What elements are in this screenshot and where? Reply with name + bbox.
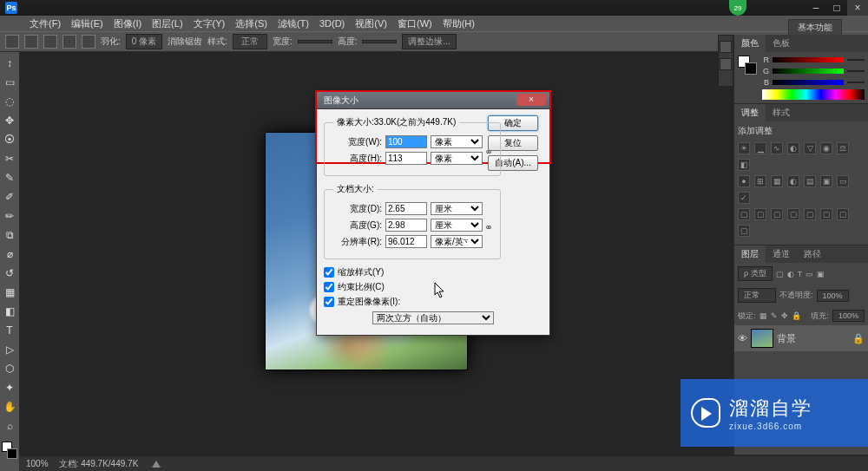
menu-select[interactable]: 选择(S)	[230, 16, 273, 32]
tab-styles[interactable]: 样式	[766, 104, 797, 121]
adj-levels-icon[interactable]: ▁	[754, 142, 766, 154]
constrain-proportions-checkbox[interactable]	[324, 282, 334, 292]
selection-add-icon[interactable]	[43, 35, 57, 49]
background-color-icon[interactable]	[7, 448, 17, 459]
marquee-tool[interactable]: ▭	[1, 74, 18, 91]
path-select-tool[interactable]: ✦	[1, 379, 18, 396]
doc-height-input[interactable]	[385, 219, 427, 232]
adj-preset-1-icon[interactable]: ▢	[738, 208, 750, 220]
workspace-switcher[interactable]: 基本功能	[788, 19, 842, 36]
menu-image[interactable]: 图像(I)	[108, 16, 147, 32]
selection-new-icon[interactable]	[24, 35, 38, 49]
adj-preset-6-icon[interactable]: ▢	[820, 208, 832, 220]
menu-help[interactable]: 帮助(H)	[437, 16, 480, 32]
tool-preset-icon[interactable]	[5, 35, 19, 49]
adj-hue-icon[interactable]: ◉	[820, 142, 832, 154]
dodge-tool[interactable]: ◧	[1, 303, 18, 320]
adj-preset-5-icon[interactable]: ▢	[804, 208, 816, 220]
style-select[interactable]: 正常	[233, 34, 267, 49]
tab-channels[interactable]: 通道	[766, 245, 797, 263]
width-input[interactable]	[298, 40, 332, 43]
adj-balance-icon[interactable]: ⚖	[837, 142, 849, 154]
menu-edit[interactable]: 编辑(E)	[66, 16, 108, 32]
menu-3d[interactable]: 3D(D)	[314, 16, 350, 30]
height-input[interactable]	[362, 40, 397, 43]
px-height-input[interactable]	[385, 152, 427, 165]
color-swatch-control[interactable]	[1, 441, 18, 460]
window-min-button[interactable]: –	[806, 0, 826, 16]
adj-preset-7-icon[interactable]: ▢	[837, 208, 849, 220]
spectrum-picker[interactable]	[762, 89, 865, 100]
adj-preset-4-icon[interactable]: ▢	[787, 208, 799, 220]
lock-position-icon[interactable]: ✥	[781, 311, 788, 320]
adj-exposure-icon[interactable]: ◐	[787, 142, 799, 154]
menu-filter[interactable]: 滤镜(T)	[273, 16, 314, 32]
stamp-tool[interactable]: ✏	[1, 207, 18, 225]
layer-thumbnail[interactable]	[751, 329, 773, 348]
adj-preset-2-icon[interactable]: ▢	[754, 208, 766, 220]
opacity-input[interactable]: 100%	[817, 290, 849, 302]
b-slider[interactable]	[773, 80, 844, 85]
window-max-button[interactable]: □	[826, 0, 847, 16]
pen-tool[interactable]: ▷	[1, 341, 18, 358]
tab-layers[interactable]: 图层	[734, 245, 766, 263]
gradient-tool[interactable]: ↺	[1, 265, 18, 282]
adj-posterize-icon[interactable]: ▤	[804, 175, 816, 187]
tab-adjustments[interactable]: 调整	[734, 104, 766, 121]
hand-tool[interactable]: ✋	[1, 398, 18, 415]
refine-edge-button[interactable]: 调整边缘...	[402, 34, 456, 49]
blend-mode-select[interactable]: 正常	[738, 288, 776, 303]
resample-method-select[interactable]: 两次立方（自动）	[372, 311, 494, 324]
doc-width-input[interactable]	[385, 202, 427, 215]
adj-preset-8-icon[interactable]: ▢	[738, 225, 750, 237]
eraser-tool[interactable]: ⌀	[1, 245, 18, 263]
adj-brightness-icon[interactable]: ☀	[738, 142, 750, 154]
blur-tool[interactable]: ▦	[1, 284, 18, 301]
doc-height-unit[interactable]: 厘米	[431, 219, 483, 232]
layer-row[interactable]: 👁 背景 🔒	[734, 325, 868, 351]
fill-input[interactable]: 100%	[832, 310, 865, 322]
selection-subtract-icon[interactable]	[62, 35, 76, 49]
adj-vibrance-icon[interactable]: ▽	[804, 142, 816, 154]
filter-smart-icon[interactable]: ▣	[817, 270, 825, 278]
collapsed-panel-icon[interactable]	[720, 58, 732, 70]
resolution-input[interactable]	[385, 235, 427, 248]
px-width-input[interactable]	[385, 135, 427, 148]
tab-color[interactable]: 颜色	[734, 35, 766, 52]
layer-filter-kind[interactable]: ρ 类型	[738, 266, 773, 281]
px-width-unit[interactable]: 像素	[431, 135, 483, 148]
filter-pixel-icon[interactable]: ▢	[776, 270, 784, 278]
visibility-icon[interactable]: 👁	[738, 333, 747, 343]
doc-width-unit[interactable]: 厘米	[431, 202, 483, 215]
menu-file[interactable]: 文件(F)	[24, 16, 66, 32]
tab-paths[interactable]: 路径	[797, 245, 828, 263]
dialog-close-button[interactable]: ×	[516, 94, 546, 106]
b-value[interactable]	[847, 82, 865, 83]
brush-tool[interactable]: ✐	[1, 188, 18, 206]
zoom-readout[interactable]: 100%	[26, 459, 49, 468]
filter-adjust-icon[interactable]: ◐	[787, 270, 794, 278]
menu-window[interactable]: 窗口(W)	[392, 16, 437, 32]
tab-swatches[interactable]: 色板	[766, 35, 797, 52]
doc-info-readout[interactable]: 文档: 449.7K/449.7K	[59, 458, 139, 470]
menu-layer[interactable]: 图层(L)	[147, 16, 187, 32]
crop-tool[interactable]: ⦿	[1, 131, 18, 148]
adj-bw-icon[interactable]: ◧	[738, 159, 750, 171]
filter-shape-icon[interactable]: ▭	[806, 270, 813, 278]
menu-view[interactable]: 视图(V)	[350, 16, 392, 32]
adj-gradient-map-icon[interactable]: ▭	[837, 175, 849, 187]
history-brush-tool[interactable]: ⧉	[1, 226, 18, 244]
adj-color-lookup-icon[interactable]: ▦	[771, 175, 783, 187]
adj-photo-filter-icon[interactable]: ●	[738, 175, 750, 187]
px-height-unit[interactable]: 像素	[431, 152, 483, 165]
resolution-unit[interactable]: 像素/英寸	[431, 235, 483, 248]
status-menu-icon[interactable]	[152, 461, 161, 468]
adj-selective-icon[interactable]: ✓	[738, 192, 750, 204]
lock-transparency-icon[interactable]: ▦	[760, 311, 767, 320]
selection-intersect-icon[interactable]	[82, 35, 95, 49]
adj-channel-mixer-icon[interactable]: ⊞	[754, 175, 766, 187]
r-value[interactable]	[847, 59, 865, 61]
window-close-button[interactable]: ×	[847, 0, 868, 16]
adj-preset-3-icon[interactable]: ▢	[771, 208, 783, 220]
filter-type-icon[interactable]: T	[798, 270, 803, 278]
